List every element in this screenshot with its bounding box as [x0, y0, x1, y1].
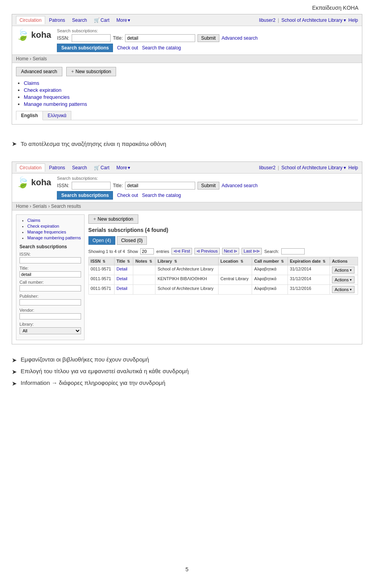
- table-row: 0011-9571 Detail School of Architecture …: [88, 265, 358, 275]
- title-link-3[interactable]: Detail: [116, 286, 127, 291]
- catalog-link-1[interactable]: Search the catalog: [142, 45, 181, 51]
- table-search-input[interactable]: [281, 248, 305, 255]
- user-link-1[interactable]: libuser2: [259, 18, 275, 23]
- open-tab[interactable]: Open (4): [88, 236, 115, 245]
- manage-frequencies-link-1[interactable]: Manage frequencies: [24, 94, 70, 100]
- th-library[interactable]: Library ⇅: [155, 257, 218, 265]
- help-link-1[interactable]: Help: [348, 18, 358, 23]
- sidebar-issn-input[interactable]: [19, 257, 81, 263]
- nav-cart-1[interactable]: 🛒 Cart: [91, 16, 113, 24]
- last-button[interactable]: Last ⊳⊳: [242, 248, 262, 255]
- page-number: 5: [0, 558, 374, 580]
- library-link-1[interactable]: School of Architecture Library ▾: [281, 18, 346, 23]
- previous-button[interactable]: ⊲ Previous: [194, 248, 220, 255]
- manage-numbering-link-1[interactable]: Manage numbering patterns: [24, 101, 87, 107]
- help-link-2[interactable]: Help: [348, 165, 358, 170]
- separator-1: |: [278, 18, 279, 23]
- nav-cart-2[interactable]: 🛒 Cart: [91, 164, 113, 172]
- cell-expiration-3: 31/12/2016: [288, 285, 330, 295]
- sidebar-issn-label: ISSN:: [19, 252, 81, 256]
- entries-input[interactable]: [140, 248, 154, 255]
- dropdown-arrow-1: ▾: [350, 268, 352, 272]
- sidebar-search-title: Search subscriptions: [19, 244, 81, 249]
- library-link-2[interactable]: School of Architecture Library ▾: [281, 165, 346, 170]
- actions-button-2[interactable]: Actions ▾: [332, 276, 355, 283]
- sidebar-library-select[interactable]: All: [19, 327, 81, 334]
- search-subscriptions-button-1[interactable]: Search subscriptions: [57, 44, 113, 52]
- first-button[interactable]: ⊲⊲ First: [171, 248, 192, 255]
- th-issn[interactable]: ISSN ⇅: [88, 257, 114, 265]
- title-input-2[interactable]: [125, 182, 195, 190]
- submit-button-2[interactable]: Submit: [198, 182, 219, 190]
- lang-greek-1[interactable]: Ελληνικά: [42, 111, 71, 120]
- arrow-icon-2: ➤: [12, 368, 17, 376]
- catalog-link-2[interactable]: Search the catalog: [142, 193, 181, 198]
- sidebar-field-publisher: Publisher:: [19, 294, 81, 305]
- next-button[interactable]: Next ⊳: [222, 248, 240, 255]
- nav-search-1[interactable]: Search: [69, 16, 90, 24]
- cell-expiration-2: 31/12/2014: [288, 275, 330, 285]
- cell-location-3: [218, 285, 252, 295]
- th-location[interactable]: Location ⇅: [218, 257, 252, 265]
- sidebar-field-vendor: Vendor:: [19, 308, 81, 319]
- th-callnum[interactable]: Call number ⇅: [252, 257, 288, 265]
- th-title[interactable]: Title ⇅: [114, 257, 133, 265]
- checkout-link-2[interactable]: Check out: [117, 193, 138, 198]
- nav-patrons-1[interactable]: Patrons: [46, 16, 68, 24]
- issn-input-2[interactable]: [72, 182, 111, 190]
- lang-tabs-1: English Ελληνικά: [16, 111, 358, 120]
- nav-more-2[interactable]: More ▾: [113, 164, 133, 172]
- search-label: Search:: [264, 249, 279, 254]
- submit-button-1[interactable]: Submit: [198, 34, 219, 42]
- checkout-link-1[interactable]: Check out: [117, 45, 138, 51]
- actions-button-1[interactable]: Actions ▾: [332, 267, 355, 274]
- search-subscriptions-button-2[interactable]: Search subscriptions: [57, 191, 113, 200]
- koha-logo-2: 🍃 koha: [16, 176, 51, 189]
- sidebar-vendor-input[interactable]: [19, 313, 81, 319]
- cell-actions-3: Actions ▾: [330, 285, 358, 295]
- nav-more-1[interactable]: More ▾: [113, 16, 133, 24]
- sidebar-title-input[interactable]: [19, 271, 81, 277]
- cell-issn-2: 0011-9571: [88, 275, 114, 285]
- issn-label-1: ISSN:: [57, 35, 69, 41]
- new-subscription-button-1[interactable]: + New subscription: [66, 67, 116, 76]
- title-link-2[interactable]: Detail: [116, 276, 127, 281]
- sidebar-vendor-label: Vendor:: [19, 308, 81, 312]
- sidebar-publisher-input[interactable]: [19, 299, 81, 305]
- arrow-icon-3: ➤: [12, 380, 17, 387]
- search-area-2: Search subscriptions: ISSN: Title: Submi…: [57, 176, 358, 200]
- breadcrumb-1: Home › Serials: [12, 54, 362, 63]
- claims-link-1[interactable]: Claims: [24, 80, 39, 86]
- manage-frequencies-link-2[interactable]: Manage frequencies: [27, 230, 66, 234]
- user-link-2[interactable]: libuser2: [259, 165, 275, 170]
- arrow-icon-middle: ➤: [12, 140, 17, 147]
- search-area-1: Search subscriptions: ISSN: Title: Submi…: [57, 28, 358, 52]
- nav-search-2[interactable]: Search: [69, 164, 90, 172]
- th-notes[interactable]: Notes ⇅: [133, 257, 155, 265]
- lang-english-1[interactable]: English: [16, 111, 43, 120]
- th-actions: Actions: [330, 257, 358, 265]
- issn-input-1[interactable]: [72, 34, 111, 42]
- new-subscription-button-2[interactable]: + New subscription: [88, 214, 138, 224]
- actions-button-3[interactable]: Actions ▾: [332, 286, 355, 293]
- check-expiration-link-2[interactable]: Check expiration: [27, 224, 59, 228]
- plus-icon-2: +: [94, 216, 96, 222]
- koha-browser-2: Circulation Patrons Search 🛒 Cart More ▾…: [12, 161, 362, 344]
- advanced-search-button-1[interactable]: Advanced search: [16, 67, 62, 76]
- title-link-1[interactable]: Detail: [116, 267, 127, 271]
- closed-tab[interactable]: Closed (0): [117, 236, 147, 245]
- manage-numbering-link-2[interactable]: Manage numbering patterns: [27, 235, 81, 240]
- chevron-down-icon: ▾: [128, 18, 130, 23]
- claims-link-2[interactable]: Claims: [27, 218, 41, 223]
- nav-patrons-2[interactable]: Patrons: [46, 164, 68, 172]
- advanced-search-link-1[interactable]: Advanced search: [222, 35, 258, 41]
- advanced-search-link-2[interactable]: Advanced search: [222, 183, 258, 188]
- title-input-1[interactable]: [125, 34, 195, 42]
- th-expiration[interactable]: Expiration date ⇅: [288, 257, 330, 265]
- nav-circulation-2[interactable]: Circulation: [16, 163, 45, 172]
- sidebar-callnum-input[interactable]: [19, 285, 81, 291]
- page-title: Εκπαίδευση KOHA: [312, 5, 358, 11]
- nav-circulation-1[interactable]: Circulation: [16, 16, 45, 24]
- check-expiration-link-1[interactable]: Check expiration: [24, 87, 62, 93]
- showing-row: Showing 1 to 4 of 4 Show entries ⊲⊲ Firs…: [88, 248, 358, 255]
